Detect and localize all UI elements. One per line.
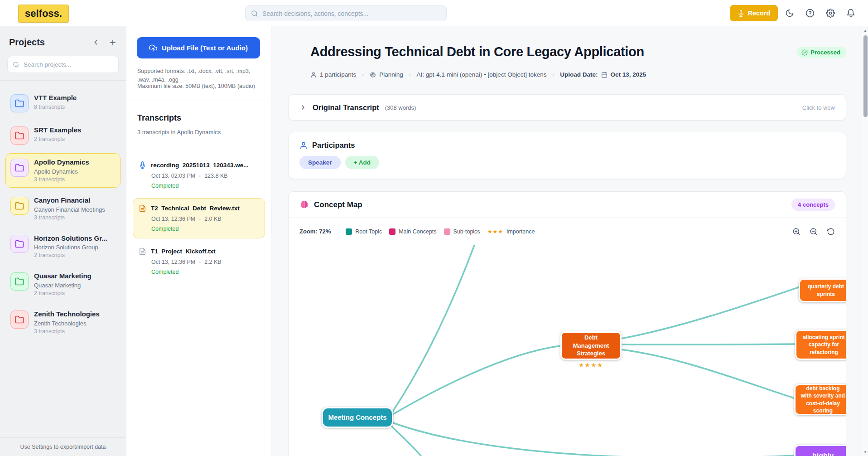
zoom-in-icon[interactable]: [792, 228, 800, 236]
original-transcript-title: Original Transcript: [313, 103, 379, 112]
reset-view-icon[interactable]: [827, 228, 835, 236]
transcript-size: 2.0 KB: [204, 216, 222, 222]
concept-map-canvas[interactable]: Meeting Concepts Debt Management Strateg…: [289, 245, 846, 456]
check-circle-icon: [801, 49, 808, 56]
user-icon: [299, 141, 308, 150]
status-badge: Processed: [797, 47, 846, 58]
scrollbar-thumb[interactable]: [863, 35, 868, 117]
upload-cloud-icon: [149, 44, 157, 52]
file-text-icon: [139, 247, 146, 255]
vertical-scrollbar[interactable]: ▲ ▼: [862, 26, 868, 456]
brain-icon: [299, 200, 309, 209]
help-icon[interactable]: [805, 9, 815, 18]
scroll-up-arrow[interactable]: ▲: [862, 27, 868, 34]
zoom-level: Zoom: 72%: [299, 228, 331, 235]
sidebar-item-apollo-dynamics[interactable]: Apollo Dynamics Apollo Dynamics 3 transc…: [5, 153, 121, 188]
phase-meta: Planning: [370, 71, 403, 78]
project-name: Canyon Financial: [34, 196, 105, 205]
concept-map-title: Concept Map: [314, 200, 362, 209]
map-node-allocating-sprint-capacity[interactable]: allocating sprint capacity for refactori…: [795, 330, 846, 360]
upload-file-button[interactable]: Upload File (Text or Audio): [137, 37, 260, 58]
file-text-icon: [139, 204, 146, 212]
topbar-actions: [785, 0, 855, 26]
project-count: 2 transcripts: [34, 290, 92, 296]
sidebar-item-zenith-technologies[interactable]: Zenith Technologies Zenith Technologies …: [5, 305, 121, 340]
project-name: Apollo Dynamics: [34, 158, 89, 167]
sidebar-item-srt-examples[interactable]: SRT Examples 2 transcripts: [5, 121, 121, 150]
sidebar-item-vtt-example[interactable]: VTT Example 8 transcripts: [5, 89, 121, 117]
folder-icon: [10, 159, 29, 177]
notifications-bell-icon[interactable]: [846, 9, 855, 18]
topbar: selfoss. Record: [0, 0, 868, 26]
project-subtitle: Horizon Solutions Group: [34, 244, 107, 251]
project-count: 3 transcripts: [34, 214, 105, 221]
original-transcript-toggle[interactable]: Original Transcript (308 words) Click to…: [288, 94, 846, 121]
mic-icon: [139, 161, 146, 169]
app-logo[interactable]: selfoss.: [18, 5, 69, 23]
transcript-name: T1_Project_Kickoff.txt: [151, 248, 216, 255]
transcript-name: T2_Technical_Debt_Review.txt: [151, 205, 240, 212]
transcripts-heading: Transcripts: [137, 113, 181, 123]
project-search-input[interactable]: [24, 61, 113, 68]
status-badge-label: Processed: [810, 49, 840, 56]
concept-map-card: Concept Map 4 concepts Zoom: 72% Root To…: [288, 191, 846, 456]
scroll-down-arrow[interactable]: ▼: [862, 449, 868, 455]
projects-title: Projects: [9, 37, 83, 48]
map-node-meeting-concepts[interactable]: Meeting Concepts: [322, 407, 393, 428]
project-name: VTT Example: [34, 94, 77, 102]
dark-mode-moon-icon[interactable]: [785, 9, 794, 18]
transcript-item-t1-project-kickoff[interactable]: T1_Project_Kickoff.txt Oct 13, 12:36 PM …: [133, 241, 265, 281]
transcript-item-recording[interactable]: recording_20251013_120343.we... Oct 13, …: [133, 155, 265, 195]
transcript-size: 123.8 KB: [204, 173, 227, 179]
record-button[interactable]: Record: [730, 5, 778, 21]
separator-dot: •: [199, 173, 201, 179]
chevron-right-icon[interactable]: [299, 104, 307, 111]
transcript-date: Oct 13, 12:36 PM: [151, 259, 195, 265]
project-name: Horizon Solutions Gr...: [34, 234, 107, 243]
sidebar-item-horizon-solutions[interactable]: Horizon Solutions Gr... Horizon Solution…: [5, 229, 121, 264]
transcript-date: Oct 13, 02:03 PM: [151, 173, 195, 179]
map-node-highly-normalized[interactable]: highly normalized: [794, 445, 846, 456]
sidebar-item-canyon-financial[interactable]: Canyon Financial Canyon Financial Meetin…: [5, 191, 121, 226]
app-root: selfoss. Record: [0, 0, 868, 456]
transcript-item-t2-technical-debt[interactable]: T2_Technical_Debt_Review.txt Oct 13, 12:…: [133, 198, 265, 238]
zoom-out-icon[interactable]: [810, 228, 818, 236]
folder-icon: [10, 197, 29, 215]
concept-map-toolbar: Zoom: 72% Root Topic Main Concepts Sub-t…: [289, 218, 846, 245]
sidebar-footer-note: Use Settings to export/import data: [0, 437, 126, 456]
click-to-view-hint: Click to view: [802, 104, 835, 111]
participants-card: Participants Speaker + Add: [288, 132, 846, 179]
transcript-list: recording_20251013_120343.we... Oct 13, …: [133, 155, 265, 284]
map-node-debt-management-strategies[interactable]: Debt Management Strategies: [560, 331, 622, 360]
participant-chip-speaker[interactable]: Speaker: [299, 156, 341, 169]
separator-dot: •: [362, 72, 364, 78]
legend-swatch: [389, 228, 395, 235]
separator-dot: •: [409, 72, 411, 78]
upload-date-label: Upload Date:: [560, 71, 598, 78]
add-participant-button[interactable]: + Add: [345, 156, 379, 169]
max-file-size-note: Maximum file size: 50MB (text), 100MB (a…: [137, 83, 257, 89]
map-node-debt-backlog-scoring[interactable]: debt backlog with severity and cost-of-d…: [794, 384, 846, 415]
legend-swatch: [444, 228, 450, 235]
upload-date-value: Oct 13, 2025: [611, 71, 646, 78]
transcripts-count-note: 3 transcripts in Apollo Dynamics: [137, 129, 221, 136]
legend-swatch: [346, 228, 352, 235]
separator-dot: •: [199, 259, 201, 265]
divider: [338, 226, 338, 237]
add-project-plus-icon[interactable]: [109, 39, 117, 47]
participants-meta: 1 participants: [310, 71, 356, 78]
global-search[interactable]: [245, 5, 447, 21]
settings-gear-icon[interactable]: [826, 9, 835, 18]
project-subtitle: Zenith Technologies: [34, 320, 100, 327]
map-node-quarterly-debt-sprints[interactable]: quarterly debt sprints: [799, 278, 846, 302]
legend-importance: ★★★ Importance: [487, 228, 535, 235]
project-count: 8 transcripts: [34, 104, 77, 110]
folder-icon: [10, 94, 29, 112]
project-search[interactable]: [7, 56, 119, 73]
collapse-sidebar-chevron-left-icon[interactable]: [92, 39, 100, 46]
sidebar-item-quasar-marketing[interactable]: Quasar Marketing Quasar Marketing 2 tran…: [5, 267, 121, 301]
project-count: 3 transcripts: [34, 176, 89, 183]
global-search-input[interactable]: [262, 10, 441, 17]
separator-dot: •: [199, 216, 201, 222]
folder-icon: [10, 272, 29, 291]
